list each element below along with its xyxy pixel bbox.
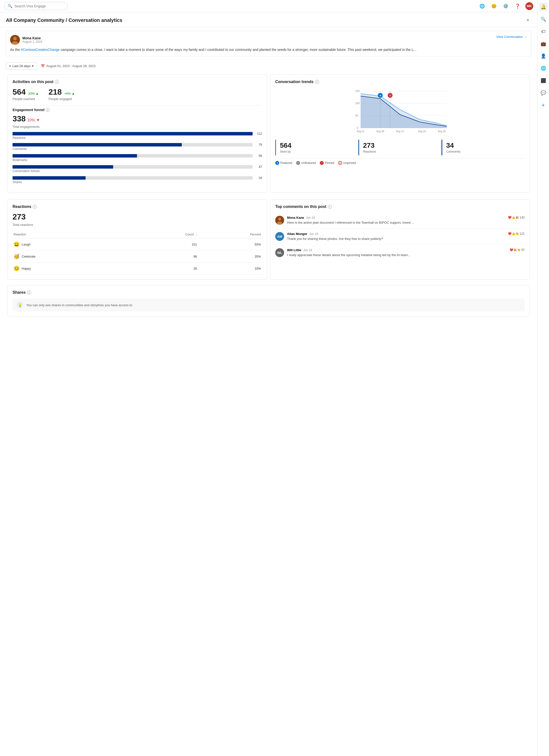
svg-text:Aug 28: Aug 28	[438, 130, 446, 133]
activities-card: Activities on this post i 564 20% ▲ Peop…	[7, 74, 267, 192]
people-engaged-metric: 218 +6% ▲ People engaged	[48, 87, 75, 101]
comment-body-2: Allan Munger Jun 19 Thank you for sharin…	[287, 232, 503, 241]
total-reactions-num: 273	[13, 212, 26, 221]
funnel-title: Engagement funnel i	[13, 108, 262, 112]
chat-icon[interactable]: 💬	[539, 89, 547, 97]
total-engagements-row: 338 10% ▼	[13, 114, 262, 123]
author-avatar	[10, 35, 20, 45]
add-icon[interactable]: +	[539, 101, 547, 109]
bar-bookmarks: 58 Bookmarks	[13, 154, 262, 162]
right-sidebar: 🔔 🔍 🏷 💼 👤 🌐 ⬛ 💬 +	[537, 0, 549, 756]
comment-item: AM Allan Munger Jun 19 Thank you for sha…	[275, 229, 525, 245]
help-icon[interactable]: ❓	[514, 2, 521, 10]
main-wrapper: 🔍 🌐 😊 ⚙️ ❓ MK All Company Community / Co…	[0, 0, 537, 756]
total-engagements-num: 338	[13, 114, 26, 123]
settings-icon[interactable]: ⚙️	[502, 2, 510, 10]
globe-sidebar-icon[interactable]: 🌐	[539, 64, 547, 72]
comment-date-2: Jun 19	[309, 232, 318, 236]
user-avatar[interactable]: MK	[525, 2, 533, 10]
top-bar-icons: 🌐 😊 ⚙️ ❓ MK	[478, 2, 533, 10]
comment-body-1: Mona Kane Jun 19 Here is the action plan…	[287, 216, 503, 225]
panel-header: All Company Community / Conversation ana…	[0, 12, 537, 27]
briefcase-icon[interactable]: 💼	[539, 40, 547, 48]
arrow-icon: →	[524, 35, 527, 39]
activities-info-icon[interactable]: i	[55, 80, 59, 84]
featured-dot: ★	[275, 161, 279, 165]
outlook-icon[interactable]: ⬛	[539, 77, 547, 85]
date-range: 📅 August 01, 2023 - August 28, 2023	[41, 64, 95, 68]
trends-chart: 150 100 50 0	[275, 87, 525, 137]
trend-seen-by: 564 Seen by	[275, 140, 355, 155]
top-comments-title: Top comments on this post i	[275, 204, 525, 209]
svg-text:0: 0	[357, 126, 358, 129]
unpinned-dot: ✕	[338, 161, 342, 165]
comment-text-3: I really appreciate these details about …	[287, 253, 505, 257]
trends-legend: ★ Featured ✕ Unfeatured 📌	[275, 158, 525, 165]
search-box[interactable]: 🔍	[4, 2, 68, 10]
table-row: 😄 Laugh 151 55%	[13, 238, 262, 250]
funnel-info-icon[interactable]: i	[46, 108, 50, 112]
reactions-table: Reaction Count ↓ Percent �	[13, 231, 262, 275]
bar-reactions: 112 Reactions	[13, 132, 262, 140]
view-conversation-link[interactable]: View Conversation →	[496, 35, 527, 39]
comments-info-icon[interactable]: i	[328, 205, 332, 209]
hashtag[interactable]: #ContosoCreatesChange	[21, 48, 60, 52]
funnel-bars: 112 Reactions 79 Comments	[13, 132, 262, 184]
comment-avatar-3: WL	[275, 248, 284, 257]
svg-point-1	[13, 37, 17, 40]
close-button[interactable]: ×	[524, 17, 531, 24]
comment-reactions-3: ❤️🎉👏 97	[510, 248, 525, 252]
filter-icon: ≡	[9, 64, 11, 68]
emoji-icon[interactable]: 😊	[490, 2, 498, 10]
comment-text-1: Here is the action plan document I refer…	[287, 220, 503, 225]
trends-info-icon[interactable]: i	[315, 80, 319, 84]
svg-text:✕: ✕	[389, 94, 391, 97]
panel-title: All Company Community / Conversation ana…	[6, 17, 122, 23]
pinned-dot: 📌	[320, 161, 324, 165]
shares-info-icon[interactable]: i	[27, 291, 31, 294]
svg-text:Aug 08: Aug 08	[376, 130, 384, 133]
post-content: Mona Kane August 1, 2023 As the #Contoso…	[10, 35, 494, 52]
svg-point-23	[278, 218, 281, 220]
comment-text-2: Thank you for sharing these photos. Are …	[287, 237, 503, 241]
person-icon[interactable]: 👤	[539, 52, 547, 60]
celebrate-count: 96	[130, 250, 198, 262]
bottom-grid: Reactions i 273 Total reactions Reaction…	[0, 198, 537, 281]
comment-avatar-1	[275, 216, 284, 225]
metrics-row: 564 20% ▲ People reached 218 +6% ▲	[13, 87, 262, 101]
comment-author-3: Will Little	[287, 248, 301, 252]
svg-text:Aug 15: Aug 15	[396, 130, 404, 133]
analytics-panel: All Company Community / Conversation ana…	[0, 12, 537, 756]
comment-reactions-1: ❤️👍🎉 142	[508, 216, 525, 219]
total-engagements-change: 10% ▼	[27, 118, 40, 122]
happy-percent: 10%	[198, 262, 262, 275]
table-row: 😊 Happy 26 10%	[13, 262, 262, 275]
people-reached-metric: 564 20% ▲ People reached	[13, 87, 39, 101]
legend-unpinned: ✕ Unpinned	[338, 161, 356, 165]
unfeatured-dot: ✕	[296, 161, 300, 165]
activities-title: Activities on this post i	[13, 80, 262, 84]
reactions-info-icon[interactable]: i	[33, 205, 37, 209]
svg-text:Aug 22: Aug 22	[418, 130, 426, 133]
trends-title: Conversation trends i	[275, 80, 525, 84]
bookmark-icon[interactable]: 🏷	[539, 28, 547, 35]
search-icon: 🔍	[8, 4, 13, 8]
search-sidebar-icon[interactable]: 🔍	[539, 15, 547, 23]
reactions-card: Reactions i 273 Total reactions Reaction…	[7, 199, 267, 280]
shares-note: 💡 You can only see shares in communities…	[13, 299, 525, 311]
search-input[interactable]	[15, 4, 64, 8]
calendar-icon: 📅	[41, 64, 45, 68]
celebrate-emoji: 🥳	[14, 253, 20, 259]
comment-date-1: Jun 19	[306, 216, 315, 219]
notification-icon[interactable]: 🔔	[539, 3, 547, 11]
author-info: Mona Kane August 1, 2023	[22, 36, 42, 44]
svg-text:150: 150	[355, 89, 360, 92]
globe-icon[interactable]: 🌐	[478, 2, 486, 10]
col-reaction-header: Reaction	[13, 231, 130, 238]
top-grid: Activities on this post i 564 20% ▲ Peop…	[0, 73, 537, 194]
period-filter-button[interactable]: ≡ Last 28 days ▾	[6, 62, 37, 70]
comment-author-1: Mona Kane	[287, 216, 304, 219]
legend-featured: ★ Featured	[275, 161, 292, 165]
trends-card: Conversation trends i 150 100 50 0	[270, 74, 530, 192]
sort-arrow-icon[interactable]: ↓	[196, 233, 197, 236]
